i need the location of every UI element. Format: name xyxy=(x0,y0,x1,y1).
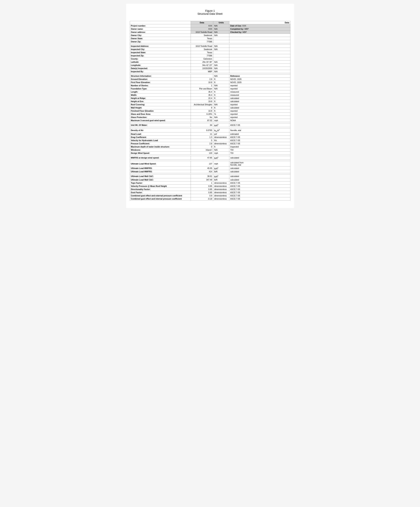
table-row: Inspected State:Texas xyxy=(130,51,290,54)
row-units: N/A xyxy=(213,67,229,70)
row-label: Velocity Pressure @ Mean Roof Height xyxy=(130,184,191,188)
table-row: Directionality Factor:0.85dimensionlessA… xyxy=(130,188,290,191)
row-units xyxy=(213,40,229,43)
row-data: 87.02 xyxy=(191,119,213,122)
row-units: N/A xyxy=(213,87,229,90)
row-data: 1.3 xyxy=(191,136,213,139)
table-row: Design Wind Speed:120mphTDI xyxy=(130,152,290,155)
row-data: 77586 xyxy=(191,40,213,43)
row-ref: calculated xyxy=(229,170,290,173)
row-units: N/A xyxy=(213,48,229,51)
row-units: ft xyxy=(213,97,229,100)
table-row: Owner Zip:77586 xyxy=(130,40,290,43)
row-units: psf xyxy=(213,133,229,136)
row-ref xyxy=(229,61,290,64)
table-row: Inspected By:MBPN/A xyxy=(130,70,290,73)
table-row: Height at Eve:19.8ftcalculated xyxy=(130,100,290,103)
row-units: N/A xyxy=(213,34,229,37)
row-units xyxy=(213,57,229,61)
row-data: 2.8 xyxy=(191,78,213,81)
table-row: Inspected Zip:77586 xyxy=(130,54,290,57)
table-row: Density of Air0.0765lbm/ft3Norville, eta… xyxy=(130,128,290,133)
row-units: lb/ft2 xyxy=(213,156,229,160)
row-ref: NGVD, 1929 xyxy=(229,78,290,81)
row-ref: Completed by: MBP xyxy=(229,28,290,31)
row-ref: calculated xyxy=(229,100,290,103)
row-data: 1 xyxy=(191,181,213,184)
row-label: Directionality Factor: xyxy=(130,188,191,191)
row-label: Structure Information: xyxy=(130,75,191,78)
row-ref: ASCE 7-05 xyxy=(229,136,290,139)
table-row: Height at Ridge:22.4ftcalculated xyxy=(130,97,290,100)
row-units: lb/ft xyxy=(213,178,229,181)
row-ref xyxy=(229,64,290,67)
row-ref: ASCE 7-05 xyxy=(229,194,290,197)
row-units: N/A xyxy=(213,148,229,152)
row-units: lb/ft xyxy=(213,170,229,173)
row-units: dimensionless xyxy=(213,181,229,184)
row-ref: reported xyxy=(229,116,290,119)
row-label: Inspected City: xyxy=(130,48,191,51)
row-ref: reported xyxy=(229,103,290,106)
row-ref: calculated xyxy=(229,156,290,160)
row-label: Height at Eve: xyxy=(130,100,191,103)
row-data: No xyxy=(191,116,213,119)
row-units: N/A xyxy=(213,70,229,73)
table-row: Drag Coefficient:1.3dimensionlessASCE 7-… xyxy=(130,136,290,139)
row-ref xyxy=(229,51,290,54)
table-row: Project number:XXXN/ADate of Use: XXX xyxy=(130,24,290,28)
row-label: Number of Stories: xyxy=(130,84,191,87)
row-data: XXX xyxy=(191,28,213,31)
row-label: Ultimate Load Wall C&C: xyxy=(130,178,191,181)
table-row: Number of Stories:1N/Areported xyxy=(130,84,290,87)
table-row: Owner State:Texas xyxy=(130,37,290,40)
row-units: ft xyxy=(213,145,229,148)
table-row: Owner name:XXXN/ACompleted by: MBP xyxy=(130,28,290,31)
figure-title-line2: Structural Data Sheet xyxy=(130,12,290,15)
row-units: mph xyxy=(213,152,229,155)
row-ref xyxy=(229,57,290,61)
table-row: Topo Factor:1dimensionlessASCE 7-05 xyxy=(130,181,290,184)
row-label: Ultimate Load MWFRS: xyxy=(130,170,191,173)
table-row: Width:35.4ftmeasured xyxy=(130,93,290,97)
row-data: 347.49 xyxy=(191,178,213,181)
table-row: Glass Protection:NoN/Areported xyxy=(130,116,290,119)
row-ref: ASCE 7-05 xyxy=(229,197,290,200)
row-ref: reported xyxy=(229,87,290,90)
table-row: Ultimate Load MWFRS:414lb/ftcalculated xyxy=(130,170,290,173)
row-ref: calculated xyxy=(229,97,290,100)
row-label: Owner State: xyxy=(130,37,191,40)
table-row: County:Galveston xyxy=(130,57,290,61)
row-data: 0.85 xyxy=(191,184,213,188)
row-units: dimensionless xyxy=(213,197,229,200)
row-units: N/A xyxy=(213,28,229,31)
row-units: ft xyxy=(213,90,229,93)
row-label: Foundation Type: xyxy=(130,87,191,90)
row-ref: calculated xyxy=(229,175,290,178)
header-units-col: Units xyxy=(213,21,229,24)
row-units: N/A xyxy=(213,103,229,106)
row-label: Ground Elevation: xyxy=(130,78,191,81)
row-ref: reported xyxy=(229,84,290,87)
row-data: 77586 xyxy=(191,54,213,57)
table-row: Inspected Address:1610 Todville RoadN/A xyxy=(130,45,290,48)
table-row xyxy=(130,43,290,45)
row-label: Design Wind Speed: xyxy=(130,152,191,155)
row-data: 0 xyxy=(191,145,213,148)
row-label: Ultimate Load Wall C&C: xyxy=(130,175,191,178)
row-label: Combined gust effect and internal pressu… xyxy=(130,197,191,200)
row-data: 137 xyxy=(191,161,213,166)
row-units: dimensionless xyxy=(213,194,229,197)
table-row xyxy=(130,155,290,156)
row-label: Owner Zip: xyxy=(130,40,191,43)
row-data: 0.85 xyxy=(191,191,213,194)
row-data: 1610 Todville Road xyxy=(191,45,213,48)
table-row: Velocity for Hydrostatic Load5ft/sASCE 7… xyxy=(130,139,290,142)
row-data: Seabrook xyxy=(191,48,213,51)
row-units: ft xyxy=(213,81,229,84)
row-units: ft xyxy=(213,78,229,81)
row-units: ft xyxy=(213,109,229,113)
table-row: Glass and Door Area:6-20%%reported xyxy=(130,113,290,116)
row-data: 47.85 xyxy=(191,156,213,160)
row-data: Seabrook xyxy=(191,34,213,37)
